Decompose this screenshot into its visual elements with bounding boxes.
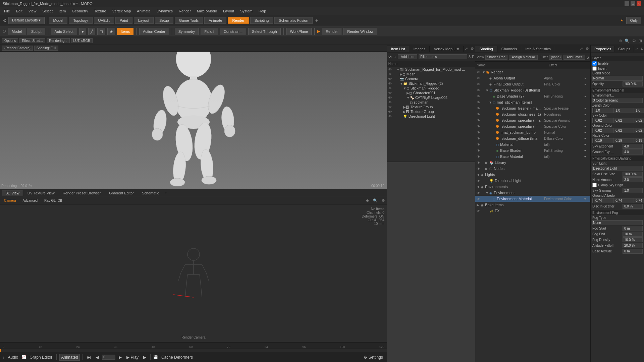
visibility-icon[interactable]: 👁: [477, 149, 481, 153]
render-btn[interactable]: Render: [322, 28, 341, 35]
shader-row-material[interactable]: 👁 ◻ Material (all) ▾: [475, 141, 590, 147]
visibility-icon[interactable]: 👁: [388, 105, 392, 109]
3d-viewport[interactable]: Rendering... 99.01% 00:00:19: [0, 52, 387, 189]
il-expand-icon[interactable]: ⤢: [464, 47, 469, 51]
list-item[interactable]: 👁 ▶ ◻ Character001: [387, 90, 475, 95]
menu-system[interactable]: System: [237, 8, 255, 14]
visibility-icon[interactable]: 👁: [477, 179, 481, 183]
visibility-icon[interactable]: 👁: [388, 101, 392, 104]
visibility-icon[interactable]: 👁: [477, 143, 481, 146]
expand-icon[interactable]: ▼: [489, 101, 492, 104]
ground-g-input[interactable]: [614, 128, 634, 133]
workplane-btn[interactable]: WorkPlane: [286, 28, 312, 35]
menu-dynamics[interactable]: Dynamics: [154, 8, 175, 14]
tab-info-statistics[interactable]: Info & Statistics: [521, 46, 555, 52]
rendering-btn[interactable]: Rendering...: [47, 38, 69, 43]
visibility-icon[interactable]: 👁: [477, 125, 481, 128]
camera-btn[interactable]: Camera: [2, 198, 18, 203]
zenith-swatch[interactable]: [592, 108, 593, 113]
shader-row-environment[interactable]: 👁 ▼ ◉ Environment: [475, 190, 590, 196]
cache-deformers-btn[interactable]: Cache Deformers: [160, 354, 194, 360]
assign-material-btn[interactable]: Assign Material: [509, 55, 538, 60]
expand-icon[interactable]: ▶: [477, 203, 480, 207]
items-btn[interactable]: Items: [117, 28, 133, 35]
list-item[interactable]: 👁 ▼ 🎬 Stickman_Rigged_for_Modo_mod ...: [387, 67, 475, 72]
animated-select[interactable]: Animated: [59, 354, 80, 361]
expand-icon[interactable]: ▶: [400, 72, 402, 76]
shader-row-glossiness[interactable]: 👁 stickman_glossiness (1) Roughness ▾: [475, 111, 590, 117]
lut-btn[interactable]: LUT: sRGB: [71, 38, 93, 43]
filter-select[interactable]: Filter Items: [419, 54, 467, 59]
play-label-btn[interactable]: ▶ Play: [125, 354, 140, 360]
expand-icon[interactable]: ▼: [407, 96, 410, 100]
visibility-icon[interactable]: 👁: [477, 131, 481, 134]
graph-editor-btn[interactable]: Graph Editor: [28, 354, 54, 360]
shader-row-final-color[interactable]: 👁 ◈ Final Color Output Final Color ▾: [475, 81, 590, 87]
sky-g-input[interactable]: [614, 118, 634, 123]
shader-row-stickman-rigged[interactable]: 👁 ▼ ◻ Stickman_Rigged (3) [Items]: [475, 87, 590, 93]
tab-uv-texture[interactable]: UV Texture View: [24, 190, 58, 196]
visibility-icon[interactable]: 👁: [477, 197, 481, 201]
falloff-btn[interactable]: Falloff: [201, 28, 218, 35]
nadir-b-input[interactable]: [634, 138, 644, 143]
visibility-icon[interactable]: 👁: [477, 82, 481, 86]
nadir-g-input[interactable]: [614, 138, 634, 143]
sculpt-btn[interactable]: Sculpt: [28, 28, 45, 35]
bottom-3d-viewport[interactable]: Render Camera No Items Channels: 0 Defor…: [0, 204, 387, 342]
menu-vertex-map[interactable]: Vertex Map: [110, 8, 134, 14]
shader-row-bake-items[interactable]: ▶ ◉ Bake Items: [475, 202, 590, 208]
menu-file[interactable]: File: [1, 8, 13, 14]
mode-topology-btn[interactable]: Topology: [69, 17, 92, 24]
maximize-btn[interactable]: □: [631, 1, 635, 6]
viewport-icon3[interactable]: ⚙: [632, 39, 636, 43]
tab-3d-view[interactable]: 3D View: [2, 190, 23, 196]
select-vertex-btn[interactable]: ●: [79, 28, 86, 35]
prev-frame-btn[interactable]: ◀: [94, 354, 100, 360]
only-btn[interactable]: Only: [626, 17, 641, 24]
visibility-icon[interactable]: 👁: [477, 137, 481, 140]
viewport-icon2[interactable]: 🔍: [625, 39, 630, 43]
select-through-btn[interactable]: Select Through: [248, 28, 280, 35]
default-layouts-btn[interactable]: Default Layouts ▾: [8, 17, 45, 24]
minimize-btn[interactable]: —: [625, 1, 629, 6]
list-item[interactable]: 👁 ▼ 📁 Stickman_Rigged (2): [387, 81, 475, 86]
ground-b-input[interactable]: [634, 128, 644, 133]
visibility-icon[interactable]: 👁: [388, 110, 392, 114]
visibility-icon[interactable]: 👁: [477, 167, 481, 171]
list-item[interactable]: 👁 ▼ ◻ Stickman_Rigged: [387, 86, 475, 90]
albedo-b-input[interactable]: [634, 198, 644, 203]
visibility-icon[interactable]: 👁: [388, 82, 392, 85]
list-item[interactable]: 👁 📷 Camera: [387, 76, 475, 81]
tab-shading[interactable]: Shading: [475, 46, 497, 52]
viewport-zoom-icon[interactable]: 🔍: [373, 198, 378, 203]
menu-animate[interactable]: Animate: [134, 8, 153, 14]
tab-properties[interactable]: Properties: [591, 46, 615, 52]
expand-icon[interactable]: ▶: [485, 167, 489, 171]
select-item-btn[interactable]: ◈: [107, 28, 115, 35]
visibility-icon[interactable]: 👁: [477, 209, 481, 213]
expand-icon[interactable]: ▶: [407, 91, 409, 95]
viewport-settings-icon[interactable]: ⚙: [382, 198, 385, 203]
viewport-home-icon[interactable]: ⊕: [366, 198, 369, 203]
menu-geometry[interactable]: Geometry: [69, 8, 91, 14]
menu-help[interactable]: Help: [256, 8, 269, 14]
close-btn[interactable]: ✕: [637, 1, 641, 6]
mode-schematic-fusion-btn[interactable]: Schematic Fusion: [274, 17, 312, 24]
ray-gl-btn[interactable]: Ray GL: Off: [42, 198, 64, 203]
visibility-icon[interactable]: 👁: [477, 119, 481, 122]
tab-gradient-editor[interactable]: Gradient Editor: [105, 190, 138, 196]
filter-select[interactable]: (none): [549, 55, 562, 60]
expand-icon[interactable]: ▼: [477, 185, 480, 189]
shader-row-lights[interactable]: ▼ ◉ Lights: [475, 172, 590, 178]
expand-icon[interactable]: ▼: [477, 173, 480, 177]
expand-icon[interactable]: ▼: [485, 88, 489, 92]
tab-schematic[interactable]: Schematic: [138, 190, 163, 196]
add-item-btn[interactable]: Add Item: [398, 54, 417, 59]
effect-btn[interactable]: Effect: Shad...: [19, 38, 45, 43]
tab-images[interactable]: Images: [409, 46, 430, 52]
menu-item[interactable]: Item: [56, 8, 68, 14]
nadir-swatch[interactable]: [592, 138, 593, 143]
shader-row-base-shader[interactable]: 👁 ◈ Base Shader Full Shading ▾: [475, 147, 590, 154]
add-layer-btn[interactable]: Add Layer: [564, 55, 585, 60]
shader-row-directional-light[interactable]: 👁 💡 Directional Light: [475, 178, 590, 184]
